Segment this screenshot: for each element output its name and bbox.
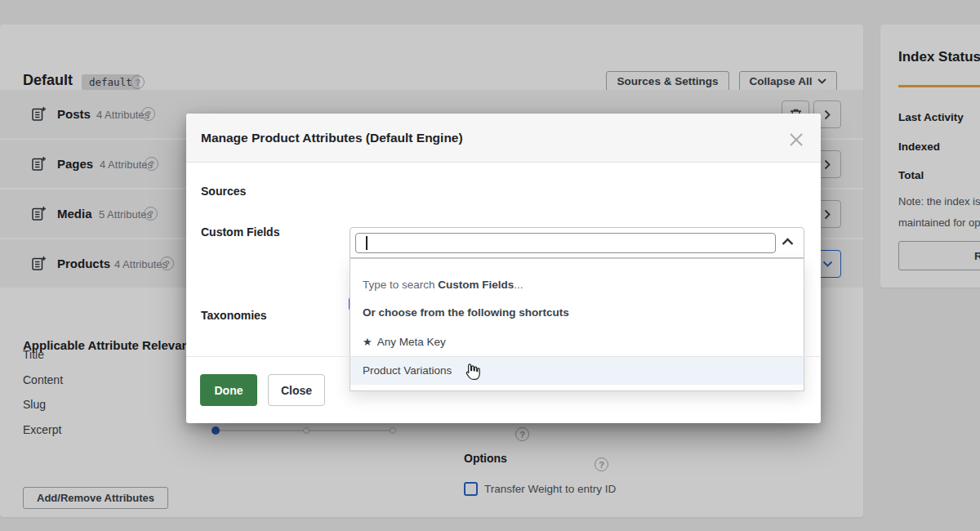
option-any-meta-key[interactable]: ★ Any Meta Key bbox=[350, 328, 804, 356]
shortcuts-heading: Or choose from the following shortcuts bbox=[363, 306, 569, 319]
custom-fields-label: Custom Fields bbox=[201, 225, 279, 239]
done-button[interactable]: Done bbox=[200, 374, 257, 406]
modal-header: Manage Product Attributes (Default Engin… bbox=[186, 114, 821, 163]
custom-fields-search-input[interactable] bbox=[355, 233, 776, 253]
option-label: Any Meta Key bbox=[377, 336, 446, 348]
text-caret bbox=[366, 236, 368, 250]
taxonomies-label: Taxonomies bbox=[201, 309, 267, 322]
modal-title: Manage Product Attributes (Default Engin… bbox=[201, 131, 463, 145]
close-icon[interactable] bbox=[788, 132, 804, 148]
custom-fields-dropdown: Type to search Custom Fields... Or choos… bbox=[350, 258, 804, 391]
chevron-up-icon[interactable] bbox=[782, 238, 794, 246]
close-button[interactable]: Close bbox=[268, 374, 325, 406]
modal-footer-divider bbox=[186, 356, 821, 357]
star-icon: ★ bbox=[363, 336, 372, 348]
hint-suffix: ... bbox=[514, 279, 523, 291]
sources-label: Sources bbox=[201, 185, 246, 198]
hint-bold: Custom Fields bbox=[438, 279, 514, 291]
app-window: Default default ? Sources & Settings Col… bbox=[0, 0, 980, 531]
dropdown-hint: Type to search Custom Fields... bbox=[363, 279, 523, 291]
manage-attributes-modal: Manage Product Attributes (Default Engin… bbox=[186, 114, 821, 423]
hint-prefix: Type to search bbox=[363, 279, 438, 291]
option-product-variations[interactable]: Product Variations bbox=[350, 356, 804, 385]
option-label: Product Variations bbox=[363, 364, 452, 377]
hand-cursor-icon bbox=[462, 362, 481, 382]
custom-fields-combobox[interactable] bbox=[350, 227, 804, 258]
